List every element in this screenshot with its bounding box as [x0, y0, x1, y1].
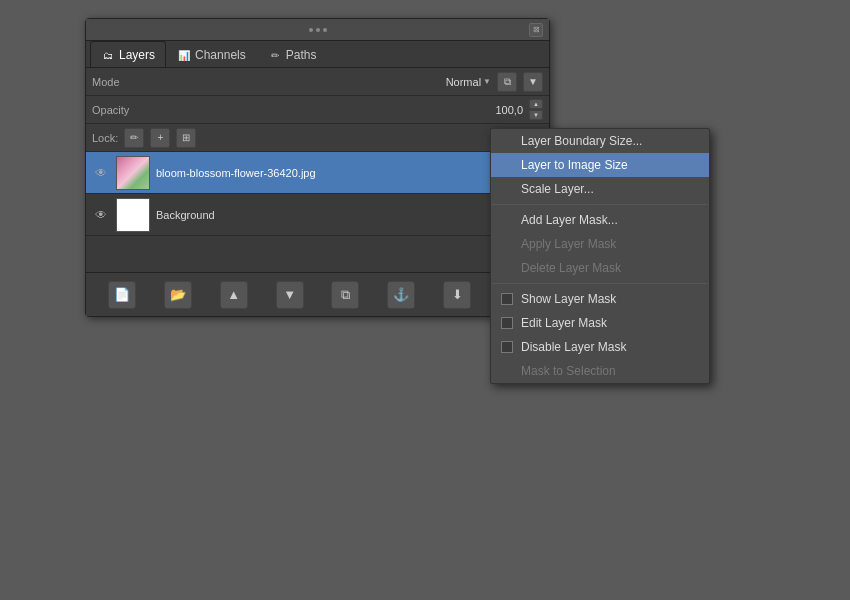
menu-label-mask-to-selection: Mask to Selection	[521, 364, 616, 378]
opacity-label: Opacity	[92, 104, 147, 116]
opacity-down-button[interactable]: ▼	[529, 110, 543, 120]
menu-item-edit-layer-mask[interactable]: Edit Layer Mask	[491, 311, 709, 335]
tab-channels-label: Channels	[195, 48, 246, 62]
layer-thumb-bloom	[116, 156, 150, 190]
tab-paths-label: Paths	[286, 48, 317, 62]
disable-layer-mask-checkbox[interactable]	[501, 341, 513, 353]
context-menu: Layer Boundary Size... Layer to Image Si…	[490, 128, 710, 384]
title-dot-1	[309, 28, 313, 32]
edit-layer-mask-checkbox[interactable]	[501, 317, 513, 329]
menu-item-add-layer-mask[interactable]: Add Layer Mask...	[491, 208, 709, 232]
lower-layer-button[interactable]: ▼	[276, 281, 304, 309]
bottom-toolbar: 📄 📂 ▲ ▼ ⧉ ⚓ ⬇ ✕	[86, 272, 549, 316]
raise-layer-icon: ▲	[227, 287, 240, 302]
mode-select: Normal ▼ ⧉ ▼	[147, 72, 543, 92]
mode-icon-2: ▼	[528, 76, 538, 87]
layer-item-background[interactable]: 👁 Background	[86, 194, 549, 236]
mode-icon-1: ⧉	[504, 76, 511, 88]
menu-item-show-layer-mask[interactable]: Show Layer Mask	[491, 287, 709, 311]
layer-visibility-bloom[interactable]: 👁	[92, 164, 110, 182]
new-layer-icon: 📄	[114, 287, 130, 302]
layer-name-background: Background	[156, 209, 543, 221]
menu-label-layer-to-image-size: Layer to Image Size	[521, 158, 628, 172]
new-layer-folder-icon: 📂	[170, 287, 186, 302]
new-layer-button[interactable]: 📄	[108, 281, 136, 309]
paths-tab-icon: ✏	[268, 48, 282, 62]
lock-alpha-icon: +	[157, 132, 163, 143]
menu-item-layer-to-image-size[interactable]: Layer to Image Size	[491, 153, 709, 177]
layer-item-bloom[interactable]: 👁 bloom-blossom-flower-36420.jpg	[86, 152, 549, 194]
lower-layer-icon: ▼	[283, 287, 296, 302]
opacity-spinner: ▲ ▼	[529, 99, 543, 120]
layers-list: 👁 bloom-blossom-flower-36420.jpg 👁 Backg…	[86, 152, 549, 272]
mode-label: Mode	[92, 76, 147, 88]
opacity-up-button[interactable]: ▲	[529, 99, 543, 109]
close-icon: ⊠	[533, 25, 540, 34]
menu-item-scale-layer[interactable]: Scale Layer...	[491, 177, 709, 201]
menu-label-scale-layer: Scale Layer...	[521, 182, 594, 196]
title-dots	[309, 28, 327, 32]
lock-paint-icon: ✏	[130, 132, 138, 143]
menu-label-apply-layer-mask: Apply Layer Mask	[521, 237, 616, 251]
lock-position-button[interactable]: ⊞	[176, 128, 196, 148]
mode-dropdown-arrow: ▼	[483, 77, 491, 86]
show-layer-mask-checkbox[interactable]	[501, 293, 513, 305]
title-dot-3	[323, 28, 327, 32]
menu-separator-1	[491, 204, 709, 205]
mode-value: Normal	[446, 76, 481, 88]
layer-thumb-background	[116, 198, 150, 232]
menu-label-edit-layer-mask: Edit Layer Mask	[521, 316, 607, 330]
tab-channels[interactable]: 📊 Channels	[166, 41, 257, 67]
panel-tabs: 🗂 Layers 📊 Channels ✏ Paths	[86, 41, 549, 68]
tab-paths[interactable]: ✏ Paths	[257, 41, 328, 67]
anchor-layer-button[interactable]: ⚓	[387, 281, 415, 309]
channels-tab-icon: 📊	[177, 48, 191, 62]
layer-name-bloom: bloom-blossom-flower-36420.jpg	[156, 167, 543, 179]
lock-row: Lock: ✏ + ⊞	[86, 124, 549, 152]
menu-item-apply-layer-mask: Apply Layer Mask	[491, 232, 709, 256]
menu-label-disable-layer-mask: Disable Layer Mask	[521, 340, 626, 354]
lock-alpha-button[interactable]: +	[150, 128, 170, 148]
merge-layers-button[interactable]: ⬇	[443, 281, 471, 309]
tab-layers[interactable]: 🗂 Layers	[90, 41, 166, 67]
tab-layers-label: Layers	[119, 48, 155, 62]
duplicate-layer-button[interactable]: ⧉	[331, 281, 359, 309]
lock-paint-button[interactable]: ✏	[124, 128, 144, 148]
menu-item-layer-boundary-size[interactable]: Layer Boundary Size...	[491, 129, 709, 153]
mode-button-1[interactable]: ⧉	[497, 72, 517, 92]
anchor-layer-icon: ⚓	[393, 287, 409, 302]
menu-item-disable-layer-mask[interactable]: Disable Layer Mask	[491, 335, 709, 359]
menu-item-delete-layer-mask: Delete Layer Mask	[491, 256, 709, 280]
lock-label: Lock:	[92, 132, 118, 144]
panel-close-button[interactable]: ⊠	[529, 23, 543, 37]
layers-tab-icon: 🗂	[101, 48, 115, 62]
opacity-value: 100,0	[495, 104, 523, 116]
layer-visibility-background[interactable]: 👁	[92, 206, 110, 224]
menu-label-add-layer-mask: Add Layer Mask...	[521, 213, 618, 227]
mode-row: Mode Normal ▼ ⧉ ▼	[86, 68, 549, 96]
new-layer-from-selection-button[interactable]: 📂	[164, 281, 192, 309]
menu-label-show-layer-mask: Show Layer Mask	[521, 292, 616, 306]
opacity-row: Opacity 100,0 ▲ ▼	[86, 96, 549, 124]
menu-item-mask-to-selection: Mask to Selection	[491, 359, 709, 383]
title-bar: ⊠	[86, 19, 549, 41]
merge-layers-icon: ⬇	[452, 287, 463, 302]
mode-button-2[interactable]: ▼	[523, 72, 543, 92]
menu-label-delete-layer-mask: Delete Layer Mask	[521, 261, 621, 275]
title-dot-2	[316, 28, 320, 32]
raise-layer-button[interactable]: ▲	[220, 281, 248, 309]
menu-label-layer-boundary-size: Layer Boundary Size...	[521, 134, 642, 148]
duplicate-layer-icon: ⧉	[341, 287, 350, 303]
layers-panel: ⊠ 🗂 Layers 📊 Channels ✏ Paths Mode Norma…	[85, 18, 550, 317]
menu-separator-2	[491, 283, 709, 284]
lock-position-icon: ⊞	[182, 132, 190, 143]
